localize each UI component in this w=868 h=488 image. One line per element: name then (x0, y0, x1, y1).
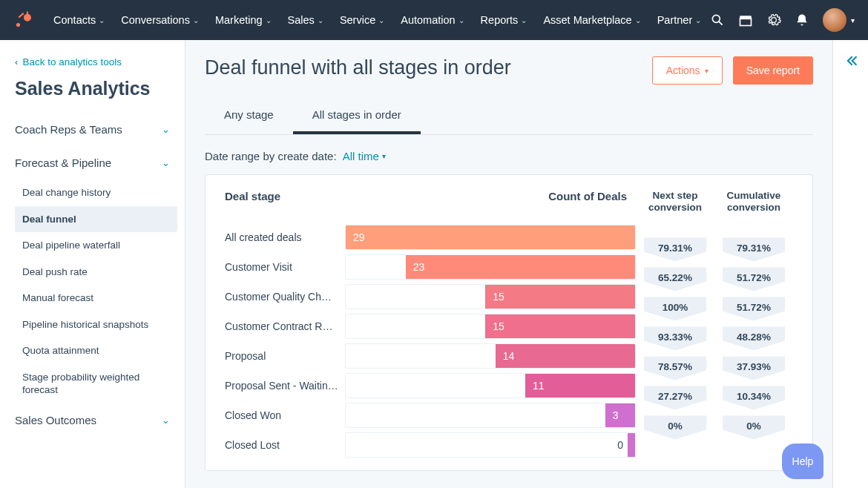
sidebar: ‹ Back to analytics tools Sales Analytic… (0, 40, 185, 488)
nav-items: Contacts⌄Conversations⌄Marketing⌄Sales⌄S… (46, 10, 710, 30)
avatar (823, 8, 846, 32)
funnel-bar-zone: 0 (345, 432, 636, 458)
funnel-bar[interactable]: 29 (346, 225, 635, 249)
chevron-left-icon: ‹ (15, 56, 19, 67)
col-header-next: Next step conversion (636, 190, 714, 214)
svg-point-4 (712, 15, 720, 22)
col-header-stage: Deal stage (225, 190, 345, 214)
nav-right: ▾ (710, 8, 855, 32)
nav-item-asset-marketplace[interactable]: Asset Marketplace⌄ (536, 10, 648, 30)
chevron-down-icon: ⌄ (266, 16, 272, 24)
chevron-down-icon: ▾ (382, 152, 386, 160)
funnel-row: Customer Visit2365.22%51.72% (225, 252, 793, 282)
back-link[interactable]: ‹ Back to analytics tools (7, 53, 177, 75)
funnel-stage-label: All created deals (225, 231, 345, 243)
tab-any-stage[interactable]: Any stage (205, 98, 293, 134)
nav-item-sales[interactable]: Sales⌄ (280, 10, 331, 30)
funnel-stage-label: Proposal Sent - Waitin… (225, 380, 345, 392)
funnel-bar[interactable]: 11 (525, 374, 635, 398)
nav-item-label: Conversations (121, 14, 190, 26)
save-report-button[interactable]: Save report (733, 56, 813, 85)
funnel-bar[interactable]: 15 (485, 314, 635, 338)
funnel-card: Deal stage Count of Deals Next step conv… (205, 174, 813, 471)
search-icon[interactable] (710, 13, 725, 27)
sidebar-item-deal-pipeline-waterfall[interactable]: Deal pipeline waterfall (15, 232, 177, 259)
actions-label: Actions (666, 65, 700, 76)
funnel-bar[interactable]: 14 (496, 344, 635, 368)
date-filter-value[interactable]: All time ▾ (343, 150, 386, 162)
chevron-down-icon: ⌄ (635, 16, 641, 24)
sidebar-item-deal-change-history[interactable]: Deal change history (15, 179, 177, 206)
funnel-row: Proposal1478.57%37.93% (225, 341, 793, 371)
nav-item-label: Contacts (53, 14, 96, 26)
funnel-stage-label: Customer Contract R… (225, 320, 345, 332)
sidebar-group-label: Forecast & Pipeline (15, 156, 111, 169)
chevron-down-icon: ⌄ (162, 415, 170, 426)
account-menu[interactable]: ▾ (823, 8, 855, 32)
nav-item-label: Reports (481, 14, 519, 26)
nav-item-conversations[interactable]: Conversations⌄ (114, 10, 206, 30)
main: Deal funnel with all stages in order Act… (185, 40, 832, 488)
funnel-row: Customer Contract R…1593.33%48.28% (225, 311, 793, 341)
sidebar-group-forecast-pipeline[interactable]: Forecast & Pipeline⌄ (7, 146, 177, 179)
back-link-label: Back to analytics tools (23, 56, 122, 67)
svg-point-0 (16, 23, 20, 27)
funnel-bar-zone: 29 (345, 225, 636, 250)
sidebar-item-deal-push-rate[interactable]: Deal push rate (15, 259, 177, 286)
funnel-bar-value: 0 (617, 433, 631, 457)
col-header-count: Count of Deals (345, 190, 636, 214)
bell-icon[interactable] (795, 13, 809, 27)
sidebar-item-quota-attainment[interactable]: Quota attainment (15, 337, 177, 364)
sidebar-item-manual-forecast[interactable]: Manual forecast (15, 285, 177, 311)
sidebar-group-coach-reps-teams[interactable]: Coach Reps & Teams⌄ (7, 113, 177, 146)
date-filter-value-text: All time (343, 150, 379, 162)
nav-item-automation[interactable]: Automation⌄ (393, 10, 471, 30)
sidebar-group-sales-outcomes[interactable]: Sales Outcomes⌄ (7, 403, 177, 437)
actions-button[interactable]: Actions ▾ (652, 56, 723, 85)
svg-line-5 (719, 22, 723, 25)
funnel-bar[interactable]: 15 (485, 285, 635, 309)
sidebar-item-pipeline-historical-snapshots[interactable]: Pipeline historical snapshots (15, 311, 177, 338)
tab-all-stages-in-order[interactable]: All stages in order (293, 98, 421, 134)
sidebar-item-stage-probability-weighted-forecast[interactable]: Stage probability weighted forecast (15, 364, 177, 403)
funnel-bar[interactable]: 23 (406, 255, 635, 279)
chevron-down-icon: ⌄ (695, 16, 701, 24)
nav-item-contacts[interactable]: Contacts⌄ (46, 10, 112, 30)
nav-item-label: Automation (401, 14, 455, 26)
chevron-down-icon: ▾ (851, 16, 855, 24)
hubspot-logo-icon[interactable] (13, 10, 33, 30)
col-header-cumulative: Cumulative conversion (714, 190, 793, 214)
nav-item-marketing[interactable]: Marketing⌄ (208, 10, 279, 30)
nav-item-service[interactable]: Service⌄ (332, 10, 392, 30)
funnel-bar-zone: 23 (345, 254, 636, 280)
chevron-down-icon: ⌄ (162, 124, 170, 135)
help-button[interactable]: Help (782, 444, 823, 479)
gear-icon[interactable] (766, 13, 781, 27)
chevron-down-icon: ⌄ (318, 16, 323, 24)
funnel-bar-zone: 15 (345, 314, 636, 339)
nav-item-reports[interactable]: Reports⌄ (473, 10, 535, 30)
funnel-stage-label: Customer Visit (225, 261, 345, 273)
sidebar-group-label: Sales Outcomes (15, 414, 96, 426)
funnel-stage-label: Customer Quality Ch… (225, 291, 345, 303)
next-step-conversion-cell: 79.31% (636, 225, 714, 249)
sidebar-title: Sales Analytics (7, 75, 177, 113)
chevron-down-icon: ▾ (705, 67, 708, 75)
svg-point-1 (24, 14, 31, 22)
nav-item-label: Asset Marketplace (543, 14, 631, 26)
funnel-bar[interactable]: 3 (605, 403, 635, 427)
date-filter-label: Date range by create date: (205, 150, 337, 162)
sidebar-item-deal-funnel[interactable]: Deal funnel (15, 206, 177, 233)
funnel-row: Closed Lost0 (225, 430, 793, 460)
funnel-stage-label: Proposal (225, 350, 345, 362)
chevron-down-icon: ⌄ (521, 16, 527, 24)
nav-item-partner[interactable]: Partner⌄ (650, 10, 709, 30)
chevron-down-icon: ⌄ (162, 157, 170, 168)
funnel-bar-zone: 15 (345, 284, 636, 309)
funnel-row: All created deals2979.31%79.31% (225, 222, 793, 252)
expand-panel-icon[interactable] (844, 53, 858, 488)
right-panel-collapsed (832, 40, 868, 488)
svg-rect-3 (27, 12, 28, 15)
marketplace-icon[interactable] (738, 13, 753, 27)
chevron-down-icon: ⌄ (378, 16, 384, 24)
